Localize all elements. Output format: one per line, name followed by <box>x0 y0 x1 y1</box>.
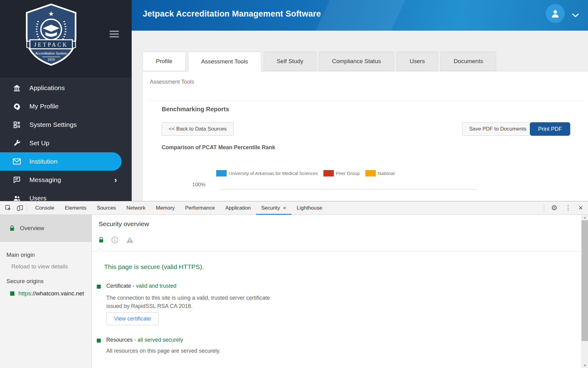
devtools-close-icon[interactable]: ✕ <box>578 205 583 211</box>
chat-icon <box>12 176 21 184</box>
back-to-data-sources-button[interactable]: << Back to Data Sources <box>162 122 234 136</box>
certificate-status-square-icon <box>97 285 101 289</box>
app-title: Jetpack Accreditation Management Softwar… <box>143 9 321 19</box>
legend-swatch-orange <box>365 170 376 176</box>
sidebar-item-set-up[interactable]: Set Up <box>0 134 132 152</box>
secure-origins-label: Secure origins <box>0 278 92 285</box>
sidebar-item-system-settings[interactable]: System Settings <box>0 116 132 134</box>
tab-profile[interactable]: Profile <box>143 51 186 71</box>
origin-scheme: https <box>18 290 31 297</box>
tab-self-study[interactable]: Self Study <box>264 51 317 71</box>
assessment-tools-panel: Assessment Tools Benchmarking Reports <<… <box>142 71 588 201</box>
devtools-tab-lighthouse[interactable]: Lighthouse <box>292 201 327 215</box>
devtools-tab-security[interactable]: Security ✕ <box>256 201 292 215</box>
tab-assessment-tools[interactable]: Assessment Tools <box>188 51 261 72</box>
sidebar-item-my-profile[interactable]: My Profile <box>0 97 132 116</box>
certificate-label: Certificate - <box>106 283 136 289</box>
resources-status-square-icon <box>97 339 101 343</box>
screen: Jetpack Accreditation Management Softwar… <box>0 0 588 368</box>
close-security-tab-icon[interactable]: ✕ <box>283 206 286 211</box>
sidebar-item-applications[interactable]: Applications <box>0 79 132 97</box>
legend-item: National <box>365 170 395 176</box>
jetpack-logo: ★ JETPACK Accreditation System 1919 <box>19 2 83 67</box>
security-sidebar: Overview Main origin Reload to view deta… <box>0 215 92 368</box>
devtools-toolbar: Console Elements Sources Network Memory … <box>0 201 588 215</box>
app-sidebar: ★ JETPACK Accreditation System 1919 <box>0 0 132 201</box>
sidebar-item-institution[interactable]: Institution <box>0 152 122 171</box>
gear-icon <box>12 102 21 110</box>
legend-swatch-blue <box>216 170 227 176</box>
lock-icon <box>9 225 15 232</box>
certificate-status: valid and trusted <box>136 283 176 289</box>
security-panel-body: Overview Main origin Reload to view deta… <box>0 215 588 368</box>
envelope-icon <box>12 157 21 165</box>
devtools-panel: Console Elements Sources Network Memory … <box>0 201 588 368</box>
view-certificate-button[interactable]: View certificate <box>106 312 159 325</box>
devtools-settings-gear-icon[interactable]: ⚙ <box>551 204 557 211</box>
sidebar-item-label: My Profile <box>29 103 58 110</box>
sidebar-item-messaging[interactable]: Messaging › <box>0 171 132 189</box>
scrollbar-down-arrow-icon[interactable]: ▼ <box>582 363 588 368</box>
resources-status: all served securely <box>138 337 183 343</box>
devtools-tabs: Console Elements Sources Network Memory … <box>30 201 327 215</box>
bank-icon <box>12 84 21 92</box>
devtools-tab-console[interactable]: Console <box>30 201 59 215</box>
devtools-tab-memory[interactable]: Memory <box>151 201 180 215</box>
person-icon <box>550 8 560 19</box>
secure-origin-item[interactable]: https://whatcom.vainc.net <box>0 290 92 297</box>
submenu-chevron-icon: › <box>114 176 117 184</box>
devtools-kebab-menu-icon[interactable]: ⋮ <box>565 205 571 211</box>
sidebar-item-label: Messaging <box>29 176 61 184</box>
svg-text:Accreditation System: Accreditation System <box>35 51 67 55</box>
secure-headline: This page is secure (valid HTTPS). <box>104 263 204 271</box>
scrollbar-up-arrow-icon[interactable]: ▲ <box>582 215 588 220</box>
devtools-tab-network[interactable]: Network <box>121 201 151 215</box>
tab-users[interactable]: Users <box>397 51 438 71</box>
benchmarking-reports-title: Benchmarking Reports <box>162 106 229 113</box>
section-label: Assessment Tools <box>150 79 194 85</box>
devtools-scrollbar[interactable]: ▲ ▼ <box>581 215 588 368</box>
wrench-icon <box>12 139 21 147</box>
tab-documents[interactable]: Documents <box>440 51 496 71</box>
secure-status-square-icon <box>10 291 14 296</box>
main-origin-label: Main origin <box>0 252 92 258</box>
tab-compliance-status[interactable]: Compliance Status <box>319 51 394 71</box>
devtools-toolbar-right: ⚙ ⋮ ✕ <box>541 201 588 215</box>
devtools-tab-sources[interactable]: Sources <box>92 201 121 215</box>
info-icon[interactable] <box>111 236 119 244</box>
reload-hint: Reload to view details <box>0 263 92 270</box>
legend-swatch-red <box>323 170 334 176</box>
user-avatar[interactable] <box>546 4 565 23</box>
sidebar-item-label: System Settings <box>29 121 77 128</box>
devtools-tab-performance[interactable]: Performance <box>180 201 220 215</box>
sidebar-item-label: Institution <box>29 158 58 165</box>
chart-title: Comparison of PCAT Mean Percentile Rank <box>162 144 275 151</box>
origin-host: ://whatcom.vainc.net <box>31 290 84 297</box>
app-header: Jetpack Accreditation Management Softwar… <box>132 0 588 31</box>
divider <box>150 101 585 101</box>
hamburger-menu-icon[interactable] <box>110 31 119 39</box>
warning-triangle-icon[interactable] <box>126 236 134 244</box>
sidebar-item-label: Set Up <box>29 139 49 147</box>
toolbar-divider <box>544 204 544 212</box>
security-sidebar-overview[interactable]: Overview <box>0 215 92 242</box>
legend-item: University of Arkansas for Medical Scien… <box>216 170 318 176</box>
sidebar-nav: Applications My Profile System Settings … <box>0 78 132 207</box>
svg-text:1919: 1919 <box>47 58 55 61</box>
scrollbar-thumb[interactable] <box>582 220 588 341</box>
certificate-description: The connection to this site is using a v… <box>106 294 274 310</box>
logo-area: ★ JETPACK Accreditation System 1919 <box>0 0 132 78</box>
print-pdf-button[interactable]: Print PDF <box>530 122 570 136</box>
security-status-icons <box>99 236 134 244</box>
chart-legend: University of Arkansas for Medical Scien… <box>216 170 395 176</box>
secure-lock-icon[interactable] <box>99 237 104 243</box>
security-overview-main: Security overview This page is secure (v… <box>92 215 588 368</box>
devtools-tab-application[interactable]: Application <box>220 201 256 215</box>
account-menu-chevron-icon[interactable] <box>572 13 579 18</box>
inspect-element-icon[interactable] <box>5 204 12 212</box>
save-pdf-button[interactable]: Save PDF to Documents <box>462 122 533 136</box>
resources-description: All resources on this page are served se… <box>106 348 221 354</box>
chart-gridline <box>220 189 477 190</box>
device-toolbar-icon[interactable] <box>16 204 24 212</box>
devtools-tab-elements[interactable]: Elements <box>59 201 92 215</box>
